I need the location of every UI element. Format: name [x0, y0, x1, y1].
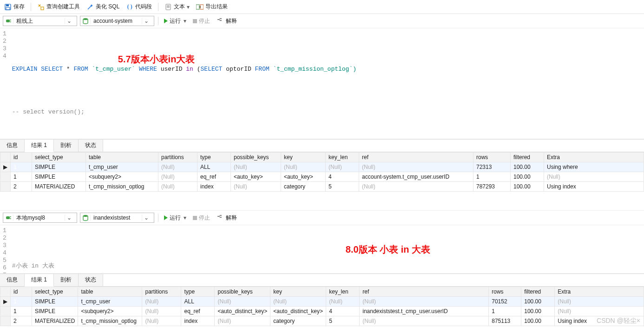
row-marker: ▶: [0, 297, 11, 307]
col-extra[interactable]: Extra: [555, 287, 644, 297]
database-combo-2[interactable]: inandexiststest ⌄: [80, 213, 154, 223]
tab-profile-1[interactable]: 剖析: [54, 140, 79, 152]
snippet-label: 代码段: [135, 3, 152, 11]
run-button-2[interactable]: 运行 ▾: [162, 213, 188, 223]
watermark: CSDN @轻尘×: [597, 317, 640, 325]
col-key_len[interactable]: key_len: [326, 287, 360, 297]
col-key[interactable]: key: [270, 287, 326, 297]
col-table[interactable]: table: [78, 287, 142, 297]
code-area-2[interactable]: #小表 in 大表 EXPLAIN SELECT * FROM `t_cmp_u…: [11, 225, 644, 273]
header-row: id select_type table partitions type pos…: [0, 287, 644, 297]
col-id[interactable]: id: [11, 287, 32, 297]
tab-result1-2[interactable]: 结果 1: [25, 274, 54, 287]
table-row[interactable]: 2 MATERIALIZED t_cmp_mission_optlog (Nul…: [0, 316, 644, 326]
header-row: id select_type table partitions type pos…: [0, 153, 644, 162]
svg-rect-16: [220, 20, 222, 21]
col-partitions[interactable]: partitions: [142, 287, 181, 297]
col-key[interactable]: key: [281, 153, 326, 162]
svg-rect-23: [217, 216, 219, 217]
col-select_type[interactable]: select_type: [32, 153, 86, 162]
col-rows[interactable]: rows: [489, 287, 521, 297]
gutter-2: 1 2 3 4 5 6 7: [0, 225, 11, 273]
col-ref[interactable]: ref: [360, 287, 489, 297]
connection-bar-2: 本地mysql8 ⌄ inandexiststest ⌄ 运行 ▾ 停止 解释: [0, 210, 644, 225]
query-builder-icon: [37, 3, 45, 11]
svg-rect-10: [6, 20, 10, 22]
text-button[interactable]: 文本 ▾: [163, 2, 191, 12]
stop-icon: [193, 216, 197, 220]
export-label: 导出结果: [205, 3, 228, 11]
query-builder-button[interactable]: 查询创建工具: [36, 2, 81, 12]
svg-rect-15: [220, 18, 222, 19]
result-tabs-1: 信息 结果 1 剖析 状态: [0, 139, 644, 152]
stop-label: 停止: [199, 214, 210, 222]
col-filtered[interactable]: filtered: [521, 287, 555, 297]
tab-profile-2[interactable]: 剖析: [54, 274, 79, 286]
col-filtered[interactable]: filtered: [511, 153, 544, 162]
result-table-1[interactable]: id select_type table partitions type pos…: [0, 152, 644, 192]
beautify-button[interactable]: 美化 SQL: [85, 2, 121, 12]
connection-combo-2[interactable]: 本地mysql8 ⌄: [3, 213, 77, 223]
run-label: 运行: [170, 17, 181, 25]
table-row[interactable]: 1 SIMPLE <subquery2> (Null) eq_ref <auto…: [0, 307, 644, 316]
code-area-1[interactable]: EXPLAIN SELECT * FROM `t_cmp_user` WHERE…: [11, 28, 644, 139]
chevron-down-icon: ⌄: [142, 18, 150, 24]
col-possible_keys[interactable]: possible_keys: [231, 153, 281, 162]
tab-info-2[interactable]: 信息: [0, 274, 25, 286]
tab-info-1[interactable]: 信息: [0, 140, 25, 152]
tab-status-1[interactable]: 状态: [79, 140, 103, 152]
sql-editor-2[interactable]: 1 2 3 4 5 6 7 #小表 in 大表 EXPLAIN SELECT *…: [0, 225, 644, 274]
connection-combo-1[interactable]: 粗线上 ⌄: [3, 16, 77, 26]
table-row[interactable]: ▶ 1 SIMPLE t_cmp_user (Null) ALL (Null) …: [0, 297, 644, 307]
run-button-1[interactable]: 运行 ▾: [162, 16, 188, 26]
play-icon: [164, 215, 168, 220]
plug-icon: [3, 18, 13, 24]
col-possible_keys[interactable]: possible_keys: [215, 287, 270, 297]
col-rows[interactable]: rows: [473, 153, 511, 162]
table-row[interactable]: 2 MATERIALIZED t_cmp_mission_optlog (Nul…: [0, 182, 644, 192]
explain-label: 解释: [226, 214, 237, 222]
tab-result1-1[interactable]: 结果 1: [25, 140, 54, 152]
explain-label: 解释: [226, 17, 237, 25]
svg-point-22: [83, 215, 88, 217]
col-ref[interactable]: ref: [359, 153, 473, 162]
query-builder-label: 查询创建工具: [46, 3, 80, 11]
col-type[interactable]: type: [197, 153, 231, 162]
stop-button-2: 停止: [191, 213, 212, 223]
separator: [158, 3, 158, 11]
save-button[interactable]: 保存: [3, 2, 26, 12]
code-braces-icon: ( ): [126, 3, 133, 11]
explain-icon: [217, 214, 224, 221]
snippet-button[interactable]: ( ) 代码段: [125, 2, 153, 12]
explain-button-2[interactable]: 解释: [215, 213, 239, 223]
col-key_len[interactable]: key_len: [326, 153, 359, 162]
col-select_type[interactable]: select_type: [32, 287, 78, 297]
sql-editor-1[interactable]: 1 2 3 4 EXPLAIN SELECT * FROM `t_cmp_use…: [0, 28, 644, 139]
table-row[interactable]: 1 SIMPLE <subquery2> (Null) eq_ref <auto…: [0, 172, 644, 182]
database-label-2: inandexiststest: [91, 214, 142, 221]
export-button[interactable]: 导出结果: [195, 2, 229, 12]
chevron-down-icon: ▾: [184, 214, 186, 221]
result-table-2[interactable]: id select_type table partitions type pos…: [0, 287, 644, 326]
col-type[interactable]: type: [181, 287, 215, 297]
play-icon: [164, 19, 168, 23]
col-table[interactable]: table: [86, 153, 158, 162]
gutter-1: 1 2 3 4: [0, 28, 11, 139]
col-extra[interactable]: Extra: [544, 153, 644, 162]
wand-icon: [86, 3, 94, 11]
svg-rect-25: [220, 217, 222, 218]
explain-button-1[interactable]: 解释: [215, 16, 239, 26]
tab-status-2[interactable]: 状态: [79, 274, 103, 286]
table-row[interactable]: ▶ 1 SIMPLE t_cmp_user (Null) ALL (Null) …: [0, 162, 644, 172]
query-pane-2: 本地mysql8 ⌄ inandexiststest ⌄ 运行 ▾ 停止 解释: [0, 210, 644, 326]
database-combo-1[interactable]: account-system ⌄: [80, 16, 154, 26]
stop-icon: [193, 19, 197, 23]
text-label: 文本: [174, 3, 185, 11]
svg-rect-8: [196, 5, 199, 9]
chevron-down-icon: ⌄: [142, 214, 150, 221]
svg-rect-19: [6, 216, 10, 219]
page-icon: [164, 3, 172, 11]
col-id[interactable]: id: [11, 153, 32, 162]
col-partitions[interactable]: partitions: [158, 153, 197, 162]
svg-rect-24: [220, 215, 222, 216]
